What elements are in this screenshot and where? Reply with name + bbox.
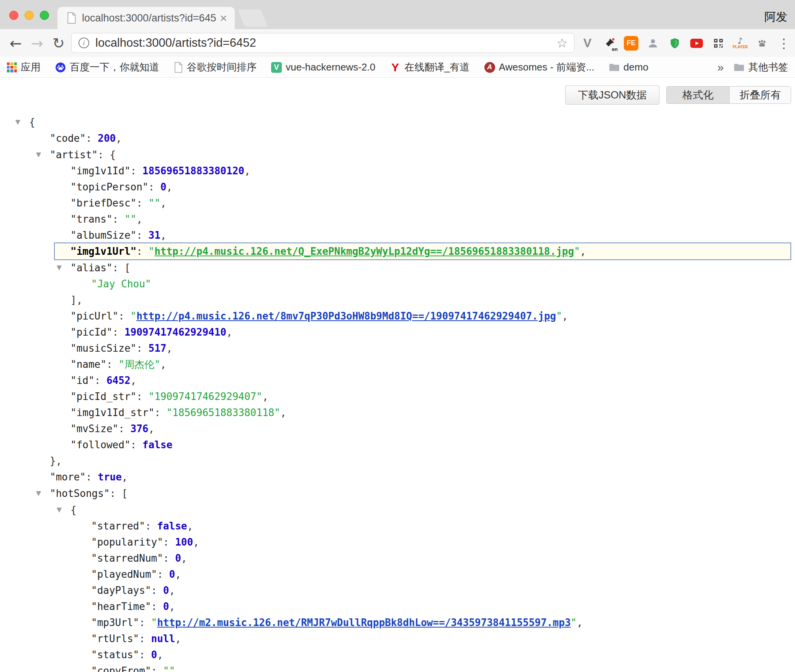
youdao-icon: Y <box>390 62 401 73</box>
bookmark-vue-hackernews[interactable]: V vue-hackernews-2.0 <box>271 61 375 73</box>
json-token: "code" <box>50 133 86 144</box>
translate-pen-extension-icon[interactable]: en <box>601 34 618 52</box>
person-extension-icon[interactable] <box>645 34 661 52</box>
shield-extension-icon[interactable] <box>666 34 683 52</box>
download-json-button[interactable]: 下载JSON数据 <box>565 85 659 105</box>
json-line: "dayPlays": 0, <box>0 582 795 598</box>
json-token: : <box>151 665 163 672</box>
bookmark-baidu[interactable]: 百度一下，你就知道 <box>55 61 159 74</box>
json-line: ▼"artist": { <box>0 146 795 163</box>
collapse-toggle-icon[interactable]: ▼ <box>36 485 50 501</box>
json-token: , <box>157 649 163 661</box>
json-token: 19097417462929410 <box>124 326 226 338</box>
browser-tab[interactable]: localhost:3000/artists?id=645 × <box>57 7 235 29</box>
player-extension-icon[interactable]: ♪ PLAYER <box>732 34 749 52</box>
reload-button[interactable]: ↻ <box>49 34 68 53</box>
json-link[interactable]: http://m2.music.126.net/RMJR7wDullRqppBk… <box>157 617 571 628</box>
json-line: "trans": "", <box>0 211 795 227</box>
bookmarks-overflow-chevron[interactable]: » <box>717 61 724 74</box>
bookmarks-bar: 应用 百度一下，你就知道 谷歌按时间排序 V vue-hackernews-2.… <box>0 57 795 78</box>
view-mode-toggle: 格式化 折叠所有 <box>666 86 791 104</box>
json-token: 0 <box>175 552 181 564</box>
json-token: "picUrl" <box>70 310 118 322</box>
browser-menu-icon[interactable]: ⋮ <box>775 34 792 52</box>
json-token: " <box>151 617 157 628</box>
url-input[interactable]: localhost:3000/artists?id=6452 <box>95 36 556 50</box>
collapse-toggle-icon[interactable]: ▼ <box>57 259 70 275</box>
json-token: : <box>98 149 110 161</box>
url-bar[interactable]: i localhost:3000/artists?id=6452 ☆ <box>71 33 574 53</box>
paw-extension-icon[interactable] <box>754 34 770 52</box>
json-link[interactable]: http://p4.music.126.net/Q_ExePNkmgB2yWyL… <box>154 246 574 257</box>
collapse-toggle-icon[interactable]: ▼ <box>36 146 50 162</box>
bookmark-google-sort[interactable]: 谷歌按时间排序 <box>174 61 257 74</box>
json-token: : <box>86 133 98 144</box>
bookmark-awesomes[interactable]: A Awesomes - 前端资... <box>484 61 594 74</box>
format-button[interactable]: 格式化 <box>667 87 730 103</box>
other-bookmarks-folder[interactable]: 其他书签 <box>734 61 788 74</box>
browser-profile-name[interactable]: 阿发 <box>764 9 787 25</box>
youtube-icon <box>690 38 703 49</box>
json-token: , <box>175 633 181 644</box>
json-token: , <box>577 617 583 628</box>
json-token: : <box>136 229 148 241</box>
vimium-extension-icon[interactable]: V <box>579 34 596 52</box>
new-tab-button[interactable] <box>238 9 268 27</box>
json-token: , <box>166 181 172 193</box>
json-token: : <box>113 213 124 225</box>
json-line: "followed": false <box>0 437 795 453</box>
fehelper-extension-icon[interactable]: FE <box>623 34 640 52</box>
bookmark-star-icon[interactable]: ☆ <box>556 35 568 51</box>
bookmark-apps[interactable]: 应用 <box>7 61 41 74</box>
json-token: "alias" <box>70 262 113 274</box>
json-viewer: ▼{"code": 200,▼"artist": {"img1v1Id": 18… <box>0 114 795 672</box>
json-line: "popularity": 100, <box>0 534 795 550</box>
window-fullscreen-button[interactable] <box>40 11 49 20</box>
json-line: "name": "周杰伦", <box>0 356 795 372</box>
json-token: : <box>136 246 148 257</box>
json-token: 0 <box>163 585 169 596</box>
json-token: 6452 <box>106 375 131 386</box>
json-line: ▼"hotSongs": [ <box>0 485 795 502</box>
json-line: "rtUrls": null, <box>0 631 795 647</box>
json-token: , <box>122 471 128 483</box>
tab-close-icon[interactable]: × <box>220 12 227 24</box>
bookmark-demo-folder[interactable]: demo <box>609 61 648 73</box>
json-token: "mp3Url" <box>91 617 139 628</box>
youtube-extension-icon[interactable] <box>688 34 705 52</box>
vue-icon: V <box>271 62 282 73</box>
collapse-all-button[interactable]: 折叠所有 <box>730 87 791 103</box>
collapse-toggle-icon[interactable]: ▼ <box>15 114 29 130</box>
json-line: "picId": 19097417462929410, <box>0 324 795 340</box>
window-close-button[interactable] <box>9 11 18 20</box>
page-info-icon[interactable]: i <box>79 38 89 48</box>
json-token: 18569651883380120 <box>142 165 244 177</box>
json-token: "19097417462929407" <box>149 391 262 402</box>
json-token: : <box>136 391 148 402</box>
json-token: , <box>175 665 181 672</box>
json-token: "albumSize" <box>70 229 136 241</box>
back-button[interactable]: ← <box>6 34 25 53</box>
json-token: "周杰伦" <box>118 359 160 370</box>
qrcode-extension-icon[interactable] <box>710 34 727 52</box>
json-token: 0 <box>160 181 167 193</box>
json-token: "hotSongs" <box>50 488 110 499</box>
json-link[interactable]: http://p4.music.126.net/8mv7qP30Pd3oHW8b… <box>136 310 556 322</box>
json-line: "albumSize": 31, <box>0 227 795 243</box>
json-line: "starredNum": 0, <box>0 550 795 566</box>
forward-button[interactable]: → <box>28 34 47 53</box>
json-token: : <box>110 488 122 499</box>
bookmark-youdao-translate[interactable]: Y 在线翻译_有道 <box>390 61 469 74</box>
baidu-paw-icon <box>55 62 66 73</box>
collapse-toggle-icon[interactable]: ▼ <box>57 502 70 518</box>
json-token: "starred" <box>91 520 145 532</box>
json-line: "hearTime": 0, <box>0 598 795 615</box>
json-token: : <box>145 520 157 532</box>
json-line: "playedNum": 0, <box>0 566 795 582</box>
json-token: "" <box>124 213 136 225</box>
json-token: : <box>118 310 130 322</box>
json-token: , <box>181 552 187 564</box>
awesomes-icon: A <box>484 62 495 73</box>
page-icon <box>174 62 183 73</box>
window-minimize-button[interactable] <box>25 11 34 20</box>
